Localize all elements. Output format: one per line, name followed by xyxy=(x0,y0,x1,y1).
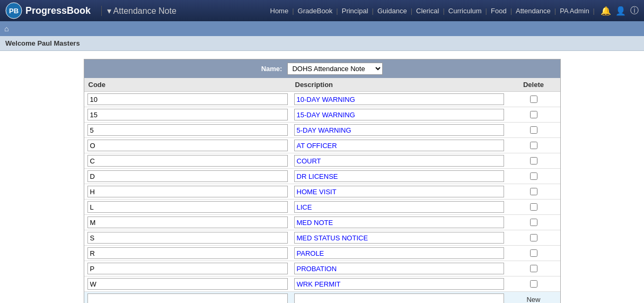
notification-icon[interactable]: 🔔 xyxy=(601,6,611,16)
code-input-9[interactable] xyxy=(87,232,288,244)
delete-checkbox-7[interactable] xyxy=(530,203,537,211)
delete-checkbox-11[interactable] xyxy=(530,265,537,272)
description-input-7[interactable] xyxy=(294,201,504,213)
description-cell-3 xyxy=(291,138,507,153)
code-input-10[interactable] xyxy=(87,247,288,259)
delete-cell-3 xyxy=(507,138,560,153)
nav-curriculum[interactable]: Curriculum xyxy=(445,7,485,15)
description-input-4[interactable] xyxy=(294,155,504,167)
code-input-4[interactable] xyxy=(87,155,288,167)
nav-guidance[interactable]: Guidance xyxy=(374,7,410,15)
nav-principal[interactable]: Principal xyxy=(339,7,372,15)
delete-cell-11 xyxy=(507,261,560,276)
new-description-input[interactable] xyxy=(294,293,504,303)
code-input-1[interactable] xyxy=(87,109,288,120)
description-input-6[interactable] xyxy=(294,186,504,197)
table-row xyxy=(84,153,560,169)
nav-sep-4: | xyxy=(411,7,412,15)
table-row xyxy=(84,230,560,246)
user-icon[interactable]: 👤 xyxy=(615,6,626,16)
description-cell-9 xyxy=(291,230,507,245)
logo-progress: Progress xyxy=(25,5,67,16)
code-cell-4 xyxy=(84,153,291,168)
new-code-cell xyxy=(84,292,291,303)
description-input-8[interactable] xyxy=(294,217,504,228)
home-icon-button[interactable]: ⌂ xyxy=(4,24,8,33)
delete-cell-5 xyxy=(507,169,560,184)
description-input-11[interactable] xyxy=(294,263,504,274)
description-cell-12 xyxy=(291,276,507,291)
delete-cell-1 xyxy=(507,107,560,122)
nav-attendance[interactable]: Attendance xyxy=(513,7,554,15)
nav-clerical[interactable]: Clerical xyxy=(413,7,442,15)
new-code-input[interactable] xyxy=(87,293,288,303)
code-input-12[interactable] xyxy=(87,278,288,290)
nav-pa-admin[interactable]: PA Admin xyxy=(557,7,592,15)
nav-sep-3: | xyxy=(372,7,374,15)
nav-food[interactable]: Food xyxy=(488,7,510,15)
description-cell-10 xyxy=(291,246,507,261)
delete-cell-6 xyxy=(507,184,560,199)
description-input-10[interactable] xyxy=(294,247,504,259)
header-delete: Delete xyxy=(507,78,560,91)
table-row xyxy=(84,261,560,276)
code-input-8[interactable] xyxy=(87,217,288,228)
table-row xyxy=(84,215,560,230)
delete-cell-4 xyxy=(507,153,560,168)
code-input-0[interactable] xyxy=(87,93,288,105)
description-input-2[interactable] xyxy=(294,124,504,136)
table-header: Code Description Delete xyxy=(84,78,560,92)
code-cell-5 xyxy=(84,169,291,184)
delete-cell-7 xyxy=(507,200,560,214)
delete-checkbox-4[interactable] xyxy=(530,157,537,165)
nav-sep-7: | xyxy=(510,7,512,15)
table-row xyxy=(84,246,560,261)
description-input-9[interactable] xyxy=(294,232,504,244)
nav-gradebook[interactable]: GradeBook xyxy=(295,7,336,15)
nav-home[interactable]: Home xyxy=(267,7,292,15)
table-body xyxy=(84,92,560,292)
table-row xyxy=(84,169,560,184)
code-input-6[interactable] xyxy=(87,186,288,197)
delete-checkbox-6[interactable] xyxy=(530,188,537,195)
code-input-5[interactable] xyxy=(87,170,288,182)
nav-sep-2: | xyxy=(336,7,338,15)
description-input-1[interactable] xyxy=(294,109,504,120)
welcome-bar: Welcome Paul Masters xyxy=(0,36,644,51)
description-input-12[interactable] xyxy=(294,278,504,290)
delete-checkbox-12[interactable] xyxy=(530,280,537,288)
code-input-7[interactable] xyxy=(87,201,288,213)
code-cell-11 xyxy=(84,261,291,276)
delete-checkbox-8[interactable] xyxy=(530,219,537,226)
code-cell-6 xyxy=(84,184,291,199)
delete-checkbox-1[interactable] xyxy=(530,111,537,118)
description-input-3[interactable] xyxy=(294,140,504,151)
help-icon[interactable]: ⓘ xyxy=(630,5,639,16)
delete-checkbox-3[interactable] xyxy=(530,142,537,149)
delete-checkbox-5[interactable] xyxy=(530,172,537,180)
app-title-bar: ▾ Attendance Note xyxy=(101,6,177,16)
code-input-3[interactable] xyxy=(87,140,288,151)
delete-checkbox-9[interactable] xyxy=(530,234,537,241)
delete-checkbox-10[interactable] xyxy=(530,249,537,257)
delete-cell-10 xyxy=(507,246,560,261)
code-cell-2 xyxy=(84,123,291,137)
description-cell-6 xyxy=(291,184,507,199)
table-row xyxy=(84,123,560,138)
code-input-2[interactable] xyxy=(87,124,288,136)
table-row xyxy=(84,92,560,107)
delete-cell-2 xyxy=(507,123,560,137)
delete-cell-9 xyxy=(507,230,560,245)
new-label: New xyxy=(522,294,544,304)
header-code: Code xyxy=(84,78,291,91)
description-input-5[interactable] xyxy=(294,170,504,182)
name-select[interactable]: DOHS Attendance Note Option 2 Option 3 xyxy=(287,63,383,75)
description-input-0[interactable] xyxy=(294,93,504,105)
delete-checkbox-0[interactable] xyxy=(530,96,537,103)
delete-checkbox-2[interactable] xyxy=(530,126,537,134)
description-cell-11 xyxy=(291,261,507,276)
code-cell-9 xyxy=(84,230,291,245)
nav-sep-9: | xyxy=(593,7,595,15)
code-input-11[interactable] xyxy=(87,263,288,274)
nav-sep-5: | xyxy=(443,7,444,15)
